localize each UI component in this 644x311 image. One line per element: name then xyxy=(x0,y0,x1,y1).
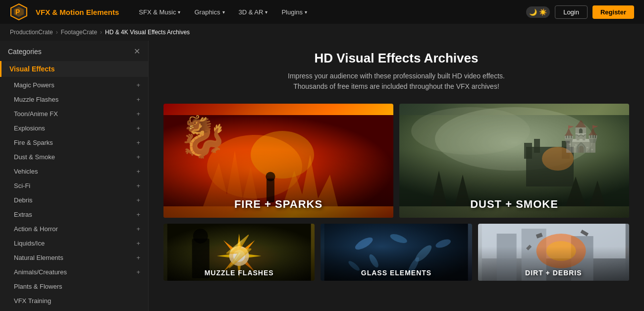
sidebar-item-muzzle-flashes[interactable]: Muzzle Flashes + xyxy=(0,92,148,107)
breadcrumb-current: HD & 4K Visual Effects Archives xyxy=(105,29,190,36)
expand-icon: + xyxy=(136,81,140,89)
login-button[interactable]: Login xyxy=(555,5,588,19)
sidebar-item-liquids-ice[interactable]: Liquids/Ice + xyxy=(0,236,148,250)
navbar: P VFX & Motion Elements SFX & Music ▾ Gr… xyxy=(0,0,644,24)
sidebar-item-vfx-training[interactable]: VFX Training xyxy=(0,294,148,308)
main-content: HD Visual Effects Archives Impress your … xyxy=(149,41,644,311)
expand-icon: + xyxy=(136,225,140,233)
sidebar-item-magic-powers[interactable]: Magic Powers + xyxy=(0,78,148,92)
site-logo[interactable]: P xyxy=(10,3,28,21)
sun-icon: ☀️ xyxy=(539,8,547,16)
card-dust-smoke[interactable]: DUST + SMOKE xyxy=(399,104,629,218)
expand-icon: + xyxy=(136,96,140,103)
sidebar-item-debris[interactable]: Debris + xyxy=(0,193,148,207)
page-subtitle: Impress your audience with these profess… xyxy=(163,71,629,92)
sidebar-item-animals-creatures[interactable]: Animals/Creatures + xyxy=(0,265,148,279)
chevron-down-icon: ▾ xyxy=(265,9,268,15)
card-muzzle-flashes[interactable]: MUZZLE FLASHES xyxy=(163,224,315,281)
theme-toggle[interactable]: 🌙 ☀️ xyxy=(526,6,550,18)
breadcrumb-sep-2: › xyxy=(100,29,102,36)
sidebar-section-visual-effects[interactable]: Visual Effects xyxy=(0,61,148,77)
sidebar-close-button[interactable]: ✕ xyxy=(134,47,140,56)
card-muzzle-label: MUZZLE FLASHES xyxy=(163,269,315,277)
card-glass-elements[interactable]: GLASS ELEMENTS xyxy=(321,224,472,281)
cards-row-2: MUZZLE FLASHES xyxy=(163,224,629,281)
breadcrumb-productioncrate[interactable]: ProductionCrate xyxy=(10,29,53,36)
nav-graphics[interactable]: Graphics ▾ xyxy=(188,5,230,19)
expand-icon: + xyxy=(136,240,140,247)
sidebar: Categories ✕ Visual Effects Magic Powers… xyxy=(0,41,149,311)
card-dust-label: DUST + SMOKE xyxy=(399,198,629,211)
chevron-down-icon: ▾ xyxy=(305,9,307,15)
expand-icon: + xyxy=(136,254,140,261)
sidebar-item-plants-flowers[interactable]: Plants & Flowers xyxy=(0,279,148,294)
sidebar-item-toon-anime-fx[interactable]: Toon/Anime FX + xyxy=(0,107,148,121)
expand-icon: + xyxy=(136,211,140,218)
sidebar-item-vehicles[interactable]: Vehicles + xyxy=(0,164,148,179)
main-layout: Categories ✕ Visual Effects Magic Powers… xyxy=(0,41,644,311)
moon-icon: 🌙 xyxy=(529,8,537,16)
card-glass-label: GLASS ELEMENTS xyxy=(321,269,472,277)
breadcrumb-footagecrate[interactable]: FootageCrate xyxy=(61,29,97,36)
chevron-down-icon: ▾ xyxy=(222,9,225,15)
sidebar-header: Categories ✕ xyxy=(0,47,148,61)
expand-icon: + xyxy=(136,110,140,118)
sidebar-item-fire-sparks[interactable]: Fire & Sparks + xyxy=(0,135,148,150)
expand-icon: + xyxy=(136,182,140,189)
nav-3d-ar[interactable]: 3D & AR ▾ xyxy=(233,5,274,19)
card-dirt-debris[interactable]: DIRT + DEBRIS xyxy=(478,224,629,281)
card-fire-sparks[interactable]: FIRE + SPARKS xyxy=(163,104,393,218)
expand-icon: + xyxy=(136,196,140,204)
card-fire-label: FIRE + SPARKS xyxy=(163,198,393,211)
sidebar-item-dust-smoke[interactable]: Dust & Smoke + xyxy=(0,150,148,164)
expand-icon: + xyxy=(136,268,140,276)
nav-plugins[interactable]: Plugins ▾ xyxy=(275,5,313,19)
expand-icon: + xyxy=(136,168,140,175)
cards-row-1: FIRE + SPARKS xyxy=(163,104,629,218)
page-title: HD Visual Effects Archives xyxy=(163,51,629,66)
nav-right: 🌙 ☀️ Login Register xyxy=(526,5,634,19)
sidebar-title: Categories xyxy=(8,48,42,56)
expand-icon: + xyxy=(136,124,140,132)
brand-label[interactable]: VFX & Motion Elements xyxy=(36,8,119,16)
sidebar-item-explosions[interactable]: Explosions + xyxy=(0,121,148,135)
expand-icon: + xyxy=(136,139,140,146)
nav-links: SFX & Music ▾ Graphics ▾ 3D & AR ▾ Plugi… xyxy=(133,5,522,19)
breadcrumb-sep-1: › xyxy=(56,29,58,36)
register-button[interactable]: Register xyxy=(592,5,634,19)
svg-text:P: P xyxy=(15,8,20,16)
sidebar-item-extras[interactable]: Extras + xyxy=(0,207,148,222)
sidebar-items-list: Magic Powers + Muzzle Flashes + Toon/Ani… xyxy=(0,78,148,308)
breadcrumb: ProductionCrate › FootageCrate › HD & 4K… xyxy=(0,24,644,41)
sidebar-item-action-horror[interactable]: Action & Horror + xyxy=(0,222,148,236)
sidebar-item-sci-fi[interactable]: Sci-Fi + xyxy=(0,179,148,193)
sidebar-item-natural-elements[interactable]: Natural Elements + xyxy=(0,250,148,265)
expand-icon: + xyxy=(136,153,140,161)
chevron-down-icon: ▾ xyxy=(178,9,180,15)
nav-sfx-music[interactable]: SFX & Music ▾ xyxy=(133,5,186,19)
card-debris-label: DIRT + DEBRIS xyxy=(478,269,629,277)
